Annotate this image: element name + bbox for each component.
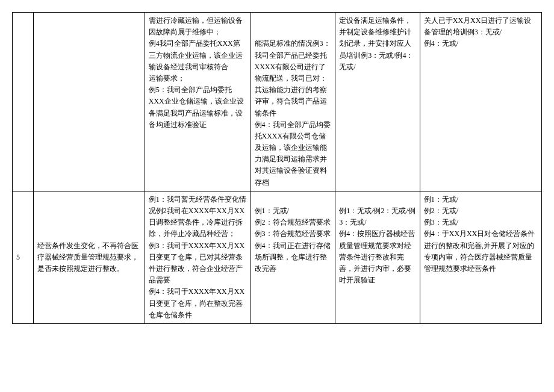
cell-row1-c5: 定设备满足运输条件，并制定设备维修维护计划记录，并安排对应人员培训例3：无或/例… xyxy=(335,13,420,191)
document-table: 需进行冷藏运输，但运输设备因故障尚属于维修中； 例4我司全部产品委托XXX第三方… xyxy=(12,12,542,324)
cell-row1-c3: 需进行冷藏运输，但运输设备因故障尚属于维修中； 例4我司全部产品委托XXX第三方… xyxy=(145,13,251,191)
cell-row2-c5: 例1：无或/例2：无或/例3：无或/ 例4：按照医疗器械经营质量管理规范要求对经… xyxy=(335,191,420,323)
cell-row1-c4: 能满足标准的情况例3：我司全部产品已经委托XXXX有限公司进行了物流配送，我司已… xyxy=(251,13,335,191)
cell-row2-desc: 经营条件发生变化，不再符合医疗器械经营质量管理规范要求，是否未按照规定进行整改。 xyxy=(34,191,145,323)
cell-row1-num xyxy=(13,13,34,191)
cell-row2-c4: 例1：无或/ 例2：符合规范经营要求 例3：符合规范经营要求 例4：我司正在进行… xyxy=(251,191,335,323)
cell-row1-desc xyxy=(34,13,145,191)
cell-row2-num: 5 xyxy=(13,191,34,323)
table-row: 需进行冷藏运输，但运输设备因故障尚属于维修中； 例4我司全部产品委托XXX第三方… xyxy=(13,13,542,191)
cell-row1-c6: 关人已于XX月XX日进行了运输设备管理的培训例3：无或/ 例4：无或/ xyxy=(420,13,541,191)
cell-row2-c6: 例1：无或/ 例2：无或/ 例3：无或/ 例4：于XX月XX日对仓储经营条件进行… xyxy=(420,191,541,323)
cell-row2-c3: 例1：我司暂无经营条件变化情况例2我司在XXXX年XX月XX日调整经营条件，冷库… xyxy=(145,191,251,323)
table-row: 5 经营条件发生变化，不再符合医疗器械经营质量管理规范要求，是否未按照规定进行整… xyxy=(13,191,542,323)
